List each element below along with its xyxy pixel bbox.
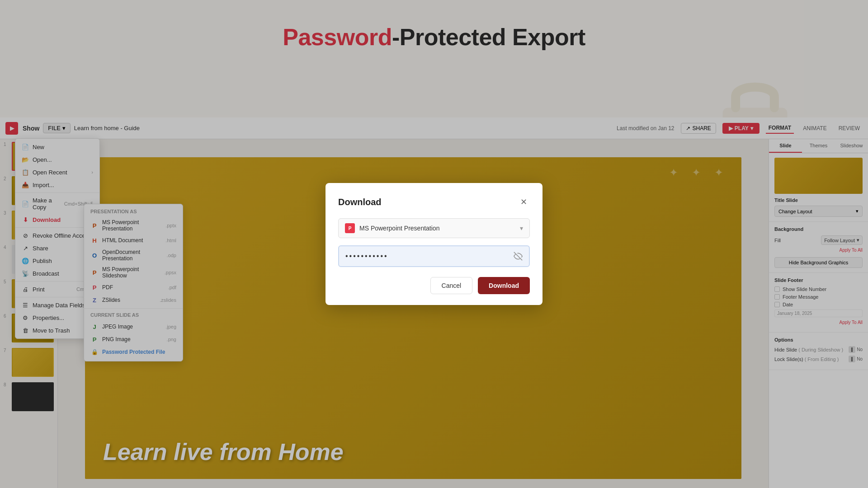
format-icon: P xyxy=(345,223,355,233)
password-input[interactable] xyxy=(345,252,514,260)
download-button[interactable]: Download xyxy=(478,277,530,294)
dialog-backdrop: Download ✕ P MS Powerpoint Presentation … xyxy=(0,0,868,488)
format-dropdown-left: P MS Powerpoint Presentation xyxy=(345,223,439,233)
download-dialog: Download ✕ P MS Powerpoint Presentation … xyxy=(326,183,542,305)
dialog-title: Download xyxy=(338,197,382,207)
password-field-container xyxy=(338,245,530,267)
dialog-header: Download ✕ xyxy=(338,196,530,208)
cancel-button[interactable]: Cancel xyxy=(430,277,473,294)
format-dropdown[interactable]: P MS Powerpoint Presentation ▾ xyxy=(338,218,530,238)
dialog-close-button[interactable]: ✕ xyxy=(517,196,530,208)
format-label: MS Powerpoint Presentation xyxy=(359,225,439,232)
dialog-actions: Cancel Download xyxy=(338,277,530,294)
format-chevron-icon: ▾ xyxy=(520,225,523,232)
toggle-password-visibility-button[interactable] xyxy=(514,252,523,261)
